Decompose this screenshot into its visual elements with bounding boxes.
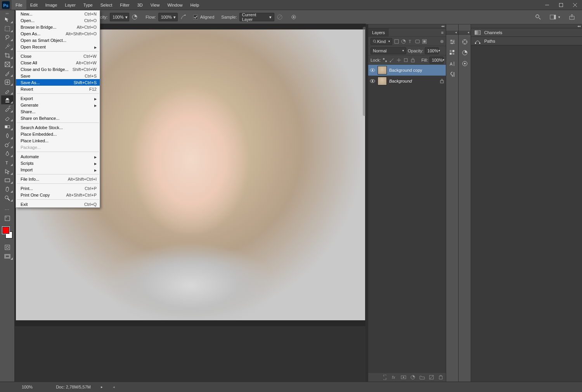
menu-3d[interactable]: 3D	[133, 0, 147, 10]
layer-style-icon[interactable]: fx	[391, 375, 397, 380]
layer-filter-kind[interactable]: Kind▾	[371, 38, 392, 45]
filter-type-icon[interactable]: T	[408, 39, 413, 44]
ignore-adjustments-icon[interactable]	[277, 14, 283, 20]
menu-item-place-linked[interactable]: Place Linked...	[16, 137, 100, 144]
menu-help[interactable]: Help	[187, 0, 203, 10]
new-layer-icon[interactable]	[429, 375, 434, 380]
zoom-level[interactable]: 100%	[22, 385, 33, 389]
menu-view[interactable]: View	[147, 0, 164, 10]
filter-toggle[interactable]	[440, 40, 443, 43]
tool-blur[interactable]	[1, 131, 14, 140]
doc-size[interactable]: Doc: 2,78M/5,57M	[56, 385, 91, 389]
tool-pen[interactable]	[1, 149, 14, 158]
menu-item-close-all[interactable]: Close AllAlt+Ctrl+W	[16, 59, 100, 66]
menu-item-open-recent[interactable]: Open Recent	[16, 43, 100, 50]
maximize-button[interactable]	[554, 0, 568, 10]
pressure-opacity-icon[interactable]	[132, 14, 138, 20]
lock-artboard-icon[interactable]	[403, 57, 409, 63]
menu-item-print-one-copy[interactable]: Print One CopyAlt+Shift+Ctrl+P	[16, 192, 100, 198]
layer-row[interactable]: Background copy	[368, 65, 446, 76]
search-icon[interactable]	[535, 14, 541, 20]
tool-brush[interactable]	[1, 86, 14, 95]
tool-heal[interactable]	[1, 78, 14, 86]
status-flyout-icon[interactable]: ▸	[101, 385, 103, 389]
menu-item-generate[interactable]: Generate	[16, 102, 100, 108]
more-tools-icon[interactable]: ···	[1, 205, 14, 214]
adjustments-panel-icon[interactable]	[461, 49, 468, 56]
menu-item-save[interactable]: SaveCtrl+S	[16, 73, 100, 79]
flow-field[interactable]: 100%▾	[158, 13, 178, 21]
tool-eraser[interactable]	[1, 113, 14, 122]
new-fill-adjust-icon[interactable]	[410, 375, 416, 380]
layer-visibility-icon[interactable]	[370, 67, 375, 73]
menu-item-search-adobe-stock[interactable]: Search Adobe Stock...	[16, 124, 100, 131]
tool-gradient[interactable]	[1, 122, 14, 131]
panel-menu-icon[interactable]: ≡	[439, 30, 446, 35]
tool-dodge[interactable]	[1, 140, 14, 149]
menu-item-open[interactable]: Open...Ctrl+O	[16, 17, 100, 24]
paragraph-panel-icon[interactable]	[449, 71, 456, 78]
tool-zoom[interactable]	[1, 193, 14, 202]
pressure-size-icon[interactable]	[291, 14, 297, 20]
panel-collapse-grip[interactable]: ◂◂	[368, 24, 446, 28]
opacity-field[interactable]: 100%▾	[110, 13, 129, 21]
paths-panel-tab[interactable]: Paths	[471, 37, 582, 45]
menu-select[interactable]: Select	[97, 0, 116, 10]
color-panel-icon[interactable]	[461, 38, 468, 45]
blend-mode-dropdown[interactable]: Normal▾	[371, 47, 406, 54]
tool-type[interactable]: T	[1, 158, 14, 167]
tool-stamp[interactable]	[1, 95, 14, 104]
character-panel-icon[interactable]: A	[449, 60, 456, 67]
close-button[interactable]	[568, 0, 582, 10]
menu-item-place-embedded[interactable]: Place Embedded...	[16, 131, 100, 137]
delete-layer-icon[interactable]	[438, 375, 443, 380]
tool-lasso[interactable]	[1, 33, 14, 42]
menu-item-close[interactable]: CloseCtrl+W	[16, 53, 100, 59]
tool-rectangle[interactable]	[1, 176, 14, 185]
link-layers-icon[interactable]	[382, 375, 388, 380]
filter-adjust-icon[interactable]	[401, 39, 406, 44]
tool-wand[interactable]	[1, 42, 14, 51]
layer-row[interactable]: Background	[368, 76, 446, 86]
tool-path-select[interactable]	[1, 167, 14, 176]
aligned-checkbox[interactable]	[193, 15, 198, 19]
layers-tab[interactable]: Layers	[368, 28, 389, 37]
screen-mode-icon[interactable]	[1, 252, 14, 261]
channels-panel-tab[interactable]: Channels	[471, 28, 582, 37]
layer-fill-field[interactable]: 100%▾	[430, 57, 443, 64]
menu-file[interactable]: File	[12, 0, 26, 10]
menu-item-automate[interactable]: Automate	[16, 153, 100, 160]
tool-eyedropper[interactable]	[1, 69, 14, 78]
menu-item-revert[interactable]: RevertF12	[16, 86, 100, 92]
lock-transparency-icon[interactable]	[382, 57, 388, 63]
menu-item-browse-in-bridge[interactable]: Browse in Bridge...Alt+Ctrl+O	[16, 24, 100, 30]
menu-item-close-and-go-to-bridge[interactable]: Close and Go to Bridge...Shift+Ctrl+W	[16, 66, 100, 73]
menu-item-save-as[interactable]: Save As...Shift+Ctrl+S	[16, 79, 100, 86]
menu-image[interactable]: Image	[42, 0, 61, 10]
menu-item-new[interactable]: New...Ctrl+N	[16, 10, 100, 17]
menu-item-open-as-smart-object[interactable]: Open as Smart Object...	[16, 37, 100, 43]
menu-type[interactable]: Type	[80, 0, 97, 10]
menu-item-share-on-behance[interactable]: Share on Behance...	[16, 115, 100, 121]
quick-mask-icon[interactable]	[1, 243, 14, 252]
swatches-panel-icon[interactable]	[449, 49, 456, 56]
filter-shape-icon[interactable]	[415, 39, 420, 44]
filter-smart-icon[interactable]	[422, 39, 427, 44]
airbrush-icon[interactable]	[180, 14, 186, 20]
menu-item-print[interactable]: Print...Ctrl+P	[16, 185, 100, 192]
tool-history-brush[interactable]	[1, 104, 14, 113]
lock-pixels-icon[interactable]	[389, 57, 395, 63]
menu-edit[interactable]: Edit	[26, 0, 42, 10]
sample-dropdown[interactable]: Current Layer▾	[239, 13, 274, 21]
menu-item-file-info[interactable]: File Info...Alt+Shift+Ctrl+I	[16, 176, 100, 182]
properties-panel-icon[interactable]	[449, 38, 456, 45]
workspace-switcher-icon[interactable]	[550, 14, 556, 20]
menu-window[interactable]: Window	[163, 0, 186, 10]
layer-opacity-field[interactable]: 100%▾	[425, 47, 439, 54]
tool-hand[interactable]	[1, 185, 14, 193]
layer-mask-icon[interactable]	[401, 375, 406, 380]
tool-marquee[interactable]	[1, 24, 14, 33]
filter-pixel-icon[interactable]	[394, 39, 399, 44]
menu-layer[interactable]: Layer	[61, 0, 80, 10]
minimize-button[interactable]	[540, 0, 554, 10]
